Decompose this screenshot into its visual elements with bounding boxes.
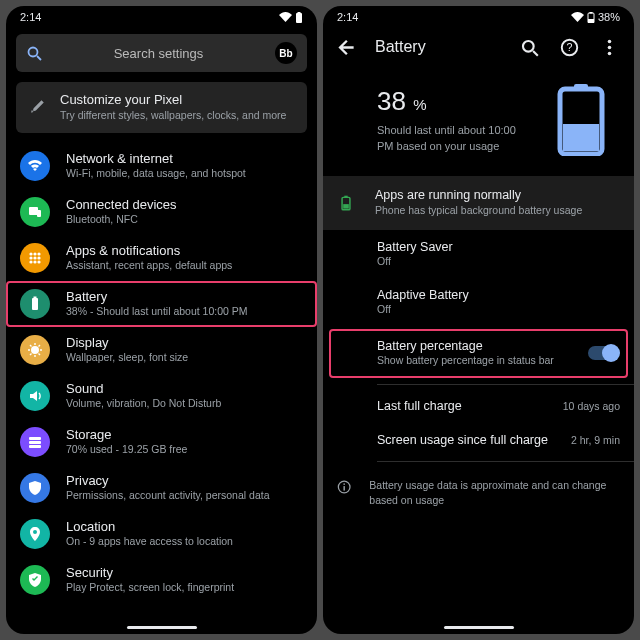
- row-title: Sound: [66, 381, 221, 396]
- row-sub: Wi-Fi, mobile, data usage, and hotspot: [66, 167, 246, 181]
- row-title: Adaptive Battery: [377, 288, 469, 302]
- settings-row-apps[interactable]: Apps & notificationsAssistant, recent ap…: [6, 235, 317, 281]
- battery-hero-sub: Should last until about 10:00 PM based o…: [377, 123, 527, 154]
- battery-row-adaptive-battery[interactable]: Adaptive BatteryOff: [323, 278, 634, 327]
- battery-icon: [587, 12, 595, 23]
- nav-pill[interactable]: [444, 626, 514, 629]
- row-sub: Play Protect, screen lock, fingerprint: [66, 581, 234, 595]
- devices-icon: [20, 197, 50, 227]
- row-sub: Show battery percentage in status bar: [377, 354, 554, 368]
- security-icon: [20, 565, 50, 595]
- row-title: Apps & notifications: [66, 243, 232, 258]
- svg-rect-30: [296, 13, 302, 23]
- settings-row-wifi[interactable]: Network & internetWi-Fi, mobile, data us…: [6, 143, 317, 189]
- search-icon: [26, 45, 42, 61]
- info-row: Battery usage data is approximate and ca…: [323, 466, 634, 520]
- battery-settings-list: Battery SaverOffAdaptive BatteryOffBatte…: [323, 230, 634, 380]
- more-button[interactable]: [598, 36, 620, 58]
- search-bar[interactable]: Search settings Bb: [16, 34, 307, 72]
- battery-outline-icon: [337, 194, 355, 212]
- status-icons: 38%: [571, 11, 620, 23]
- last-charge-value: 10 days ago: [563, 400, 620, 412]
- settings-row-display[interactable]: DisplayWallpaper, sleep, font size: [6, 327, 317, 373]
- toggle-switch[interactable]: [588, 346, 618, 360]
- settings-row-battery[interactable]: Battery38% - Should last until about 10:…: [6, 281, 317, 327]
- customize-hero[interactable]: Customize your Pixel Try different style…: [16, 82, 307, 133]
- row-title: Privacy: [66, 473, 269, 488]
- status-time: 2:14: [20, 11, 41, 23]
- nav-bar: [6, 620, 317, 634]
- appbar-title: Battery: [375, 38, 426, 56]
- settings-row-storage[interactable]: Storage70% used - 19.25 GB free: [6, 419, 317, 465]
- screen-usage-row[interactable]: Screen usage since full charge 2 hr, 9 m…: [323, 423, 634, 457]
- status-time: 2:14: [337, 11, 358, 23]
- row-title: Storage: [66, 427, 187, 442]
- nav-bar: [323, 620, 634, 634]
- status-icons: [279, 12, 303, 23]
- search-placeholder: Search settings: [54, 46, 263, 61]
- back-button[interactable]: [335, 36, 357, 58]
- row-sub: Off: [377, 255, 453, 269]
- svg-rect-33: [588, 19, 594, 23]
- help-button[interactable]: [558, 36, 580, 58]
- last-full-charge-row[interactable]: Last full charge 10 days ago: [323, 389, 634, 423]
- row-title: Display: [66, 335, 188, 350]
- info-text: Battery usage data is approximate and ca…: [369, 478, 620, 508]
- settings-row-privacy[interactable]: PrivacyPermissions, account activity, pe…: [6, 465, 317, 511]
- row-title: Connected devices: [66, 197, 177, 212]
- battery-row-battery-saver[interactable]: Battery SaverOff: [323, 230, 634, 279]
- nav-pill[interactable]: [127, 626, 197, 629]
- battery-icon: [295, 12, 303, 23]
- info-icon: [337, 478, 351, 496]
- svg-rect-31: [298, 12, 301, 14]
- battery-screen: 2:14 38% Battery 38 % Should last until …: [323, 6, 634, 634]
- row-title: Network & internet: [66, 151, 246, 166]
- apps-icon: [20, 243, 50, 273]
- svg-rect-34: [589, 12, 592, 14]
- battery-illustration: [556, 84, 606, 156]
- battery-hero: 38 % Should last until about 10:00 PM ba…: [323, 66, 634, 176]
- row-sub: Assistant, recent apps, default apps: [66, 259, 232, 273]
- row-title: Battery percentage: [377, 339, 554, 353]
- settings-row-sound[interactable]: SoundVolume, vibration, Do Not Disturb: [6, 373, 317, 419]
- settings-row-location[interactable]: LocationOn - 9 apps have access to locat…: [6, 511, 317, 557]
- wifi-icon: [20, 151, 50, 181]
- card-sub: Phone has typical background battery usa…: [375, 204, 582, 218]
- hero-sub: Try different styles, wallpapers, clocks…: [60, 109, 286, 123]
- settings-main-screen: 2:14 Search settings Bb Customize your P…: [6, 6, 317, 634]
- row-sub: Volume, vibration, Do Not Disturb: [66, 397, 221, 411]
- status-bar: 2:14: [6, 6, 317, 28]
- settings-row-security[interactable]: SecurityPlay Protect, screen lock, finge…: [6, 557, 317, 603]
- settings-list: Network & internetWi-Fi, mobile, data us…: [6, 143, 317, 620]
- display-icon: [20, 335, 50, 365]
- app-bar: Battery: [323, 28, 634, 66]
- location-icon: [20, 519, 50, 549]
- apps-normal-card[interactable]: Apps are running normally Phone has typi…: [323, 176, 634, 230]
- card-title: Apps are running normally: [375, 188, 582, 202]
- row-sub: 38% - Should last until about 10:00 PM: [66, 305, 248, 319]
- row-sub: Bluetooth, NFC: [66, 213, 177, 227]
- wifi-icon: [571, 12, 584, 23]
- status-pct: 38%: [598, 11, 620, 23]
- svg-rect-37: [563, 124, 599, 151]
- screen-usage-value: 2 hr, 9 min: [571, 434, 620, 446]
- search-button[interactable]: [518, 36, 540, 58]
- row-title: Battery: [66, 289, 248, 304]
- row-sub: 70% used - 19.25 GB free: [66, 443, 187, 457]
- wifi-icon: [279, 12, 292, 23]
- row-sub: Off: [377, 303, 469, 317]
- settings-row-devices[interactable]: Connected devicesBluetooth, NFC: [6, 189, 317, 235]
- status-bar: 2:14 38%: [323, 6, 634, 28]
- storage-icon: [20, 427, 50, 457]
- battery-icon: [20, 289, 50, 319]
- brush-icon: [28, 98, 46, 116]
- avatar[interactable]: Bb: [275, 42, 297, 64]
- sound-icon: [20, 381, 50, 411]
- hero-title: Customize your Pixel: [60, 92, 286, 107]
- row-sub: Wallpaper, sleep, font size: [66, 351, 188, 365]
- row-sub: Permissions, account activity, personal …: [66, 489, 269, 503]
- battery-row-battery-percentage[interactable]: Battery percentageShow battery percentag…: [329, 329, 628, 378]
- divider: [377, 384, 634, 385]
- row-title: Security: [66, 565, 234, 580]
- row-title: Battery Saver: [377, 240, 453, 254]
